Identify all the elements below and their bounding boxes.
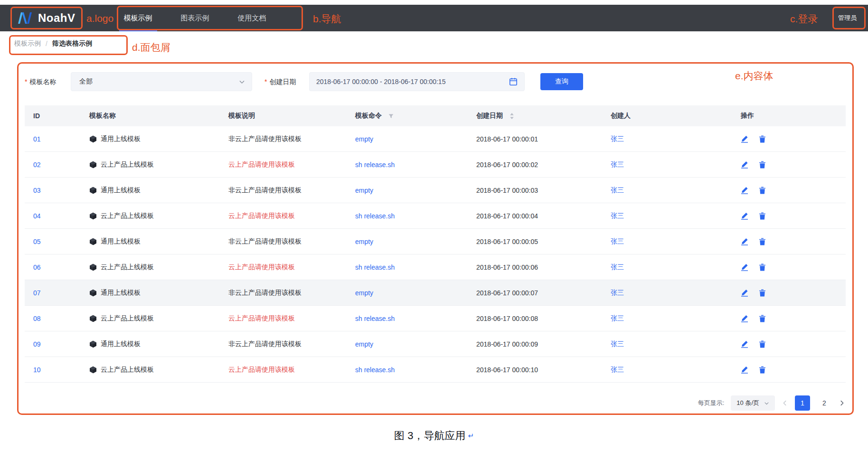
breadcrumb-item-current: 筛选表格示例: [52, 39, 92, 48]
table-row: 05 通用上线模板 非云上产品请使用该模板 empty 2018-06-17 0…: [25, 229, 846, 254]
main-nav: 模板示例 图表示例 使用文档: [110, 5, 281, 31]
creator-link[interactable]: 张三: [611, 340, 624, 348]
row-id-link[interactable]: 09: [33, 340, 41, 348]
create-date: 2018-06-17 00:00:08: [476, 315, 538, 322]
table-row: 02 云上产品上线模板 云上产品请使用该模板 sh release.sh 201…: [25, 152, 846, 178]
row-id-link[interactable]: 04: [33, 212, 41, 220]
template-cmd-link[interactable]: empty: [355, 340, 373, 348]
edit-icon[interactable]: [741, 315, 748, 322]
row-id-link[interactable]: 07: [33, 289, 41, 297]
template-cmd-link[interactable]: empty: [355, 238, 373, 245]
delete-icon[interactable]: [759, 187, 766, 194]
table-row: 06 云上产品上线模板 云上产品请使用该模板 sh release.sh 201…: [25, 254, 846, 280]
delete-icon[interactable]: [759, 161, 766, 169]
row-id-link[interactable]: 08: [33, 315, 41, 322]
col-create-date: 创建日期: [468, 112, 602, 120]
creator-link[interactable]: 张三: [611, 237, 624, 246]
prev-page-icon[interactable]: [782, 400, 788, 406]
page-size-select[interactable]: 10 条/页: [731, 395, 775, 411]
template-cmd-link[interactable]: empty: [355, 289, 373, 297]
template-cmd-link[interactable]: sh release.sh: [355, 263, 395, 271]
edit-icon[interactable]: [741, 289, 748, 297]
creator-link[interactable]: 张三: [611, 314, 624, 323]
page-size-label: 每页显示:: [698, 399, 725, 407]
delete-icon[interactable]: [759, 366, 766, 374]
page-size-value: 10 条/页: [736, 399, 759, 407]
delete-icon[interactable]: [759, 238, 766, 245]
breadcrumb-item-parent[interactable]: 模板示例: [14, 39, 41, 48]
cube-icon: [89, 212, 97, 220]
edit-icon[interactable]: [741, 263, 748, 271]
creator-link[interactable]: 张三: [611, 289, 624, 297]
delete-icon[interactable]: [759, 135, 766, 143]
nav-item-docs[interactable]: 使用文档: [224, 5, 281, 31]
template-cmd-link[interactable]: empty: [355, 187, 373, 194]
creator-link[interactable]: 张三: [611, 135, 624, 143]
edit-icon[interactable]: [741, 212, 748, 220]
creator-link[interactable]: 张三: [611, 263, 624, 272]
template-cmd-link[interactable]: sh release.sh: [355, 212, 395, 220]
row-id-link[interactable]: 03: [33, 187, 41, 194]
table-row: 10 云上产品上线模板 云上产品请使用该模板 sh release.sh 201…: [25, 357, 846, 383]
col-template-cmd: 模板命令: [347, 112, 468, 120]
next-page-icon[interactable]: [839, 400, 845, 406]
date-range-input[interactable]: 2018-06-17 00:00:00 - 2018-06-17 00:00:1…: [309, 72, 525, 91]
row-id-link[interactable]: 02: [33, 161, 41, 169]
delete-icon[interactable]: [759, 212, 766, 220]
col-id: ID: [25, 112, 81, 120]
nav-item-chart-demo[interactable]: 图表示例: [167, 5, 224, 31]
table-row: 03 通用上线模板 非云上产品请使用该模板 empty 2018-06-17 0…: [25, 178, 846, 203]
template-name: 通用上线模板: [101, 289, 141, 297]
cube-icon: [89, 366, 97, 374]
user-menu[interactable]: 管理员: [838, 5, 857, 31]
edit-icon[interactable]: [741, 135, 748, 143]
cube-icon: [89, 315, 97, 322]
calendar-icon: [509, 77, 518, 86]
template-name-label: *模板名称: [25, 78, 56, 86]
template-desc: 云上产品请使用该模板: [228, 314, 295, 323]
create-date: 2018-06-17 00:00:07: [476, 289, 538, 297]
template-cmd-link[interactable]: sh release.sh: [355, 366, 395, 374]
delete-icon[interactable]: [759, 289, 766, 297]
creator-link[interactable]: 张三: [611, 186, 624, 195]
brand-logo[interactable]: NoahV: [17, 11, 75, 25]
template-name: 云上产品上线模板: [101, 160, 154, 169]
template-name: 云上产品上线模板: [101, 314, 154, 323]
cube-icon: [89, 161, 97, 169]
table-header-row: ID 模板名称 模板说明 模板命令 创建日期 创建人 操作: [25, 105, 846, 126]
template-desc: 非云上产品请使用该模板: [228, 135, 302, 143]
edit-icon[interactable]: [741, 187, 748, 194]
edit-icon[interactable]: [741, 366, 748, 374]
pagination: 每页显示: 10 条/页 1 2: [698, 393, 845, 413]
create-date: 2018-06-17 00:00:04: [476, 212, 538, 220]
row-id-link[interactable]: 06: [33, 263, 41, 271]
creator-link[interactable]: 张三: [611, 366, 624, 374]
creator-link[interactable]: 张三: [611, 160, 624, 169]
template-name-select[interactable]: 全部: [71, 72, 252, 91]
create-date: 2018-06-17 00:00:10: [476, 366, 538, 374]
edit-icon[interactable]: [741, 340, 748, 348]
row-id-link[interactable]: 10: [33, 366, 41, 374]
creator-link[interactable]: 张三: [611, 212, 624, 220]
nav-item-template-demo[interactable]: 模板示例: [110, 5, 167, 31]
sort-icon[interactable]: [509, 113, 514, 120]
delete-icon[interactable]: [759, 315, 766, 322]
template-cmd-link[interactable]: sh release.sh: [355, 315, 395, 322]
template-desc: 云上产品请使用该模板: [228, 366, 295, 374]
create-date: 2018-06-17 00:00:02: [476, 161, 538, 169]
page-button-1[interactable]: 1: [795, 395, 810, 411]
delete-icon[interactable]: [759, 263, 766, 271]
page-button-2[interactable]: 2: [817, 395, 832, 411]
delete-icon[interactable]: [759, 340, 766, 348]
edit-icon[interactable]: [741, 238, 748, 245]
template-cmd-link[interactable]: sh release.sh: [355, 161, 395, 169]
search-button[interactable]: 查询: [540, 73, 583, 90]
edit-icon[interactable]: [741, 161, 748, 169]
template-cmd-link[interactable]: empty: [355, 135, 373, 143]
filter-funnel-icon[interactable]: [388, 113, 394, 119]
template-name: 通用上线模板: [101, 186, 141, 195]
row-id-link[interactable]: 01: [33, 135, 41, 143]
row-id-link[interactable]: 05: [33, 238, 41, 245]
template-desc: 非云上产品请使用该模板: [228, 186, 302, 195]
create-date: 2018-06-17 00:00:03: [476, 187, 538, 194]
